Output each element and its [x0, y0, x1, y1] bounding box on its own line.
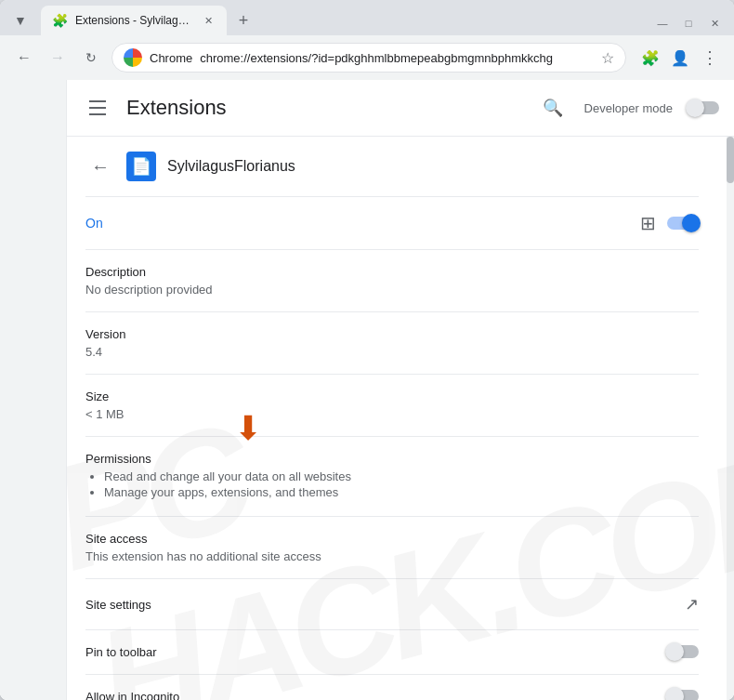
permissions-list: Read and change all your data on all web… [85, 469, 699, 499]
extension-enabled-toggle[interactable] [667, 217, 699, 230]
extensions-page-header: Extensions 🔍 Developer mode [67, 80, 734, 137]
tab-list-btn[interactable]: ▼ [7, 7, 33, 33]
forward-btn[interactable]: → [45, 45, 71, 71]
ext-icon-symbol: 📄 [131, 156, 151, 177]
pin-toolbar-row: Pin to toolbar [85, 630, 699, 675]
permission-item-1: Read and change all your data on all web… [104, 469, 699, 483]
permission-item-2: Manage your apps, extensions, and themes [104, 485, 699, 499]
site-settings-label: Site settings [85, 598, 151, 612]
description-label: Description [85, 265, 699, 279]
detail-container: ← 📄 SylvilagusFlorianus On ⊞ [67, 137, 717, 700]
browser-window: ▼ 🧩 Extensions - SylvilagusFloridan... ✕… [0, 0, 734, 700]
site-access-label: Site access [85, 532, 699, 546]
tab-bar: ▼ 🧩 Extensions - SylvilagusFloridan... ✕… [7, 0, 256, 35]
new-tab-btn[interactable]: + [230, 7, 256, 33]
search-btn[interactable]: 🔍 [536, 91, 570, 125]
site-settings-row: Site settings ↗ [85, 579, 699, 630]
size-value: < 1 MB [85, 407, 699, 421]
pin-toolbar-toggle[interactable] [667, 645, 699, 658]
incognito-row: Allow in Incognito Warning: Google Chrom… [85, 675, 699, 700]
description-section: Description No description provided [85, 250, 699, 312]
nav-icons: 🧩 👤 ⋮ [637, 45, 723, 71]
version-label: Version [85, 327, 699, 341]
permissions-section: Permissions Read and change all your dat… [85, 437, 699, 517]
title-bar: ▼ 🧩 Extensions - SylvilagusFloridan... ✕… [0, 0, 734, 35]
site-access-section: Site access This extension has no additi… [85, 517, 699, 579]
pin-toolbar-label: Pin to toolbar [85, 645, 157, 659]
refresh-btn[interactable]: ↻ [78, 45, 104, 71]
status-row: On ⊞ [85, 197, 699, 250]
incognito-toggle[interactable] [667, 690, 699, 700]
hamburger-line-2 [89, 107, 106, 109]
size-section: Size < 1 MB [85, 375, 699, 437]
maximize-btn[interactable]: □ [676, 15, 701, 32]
extension-name: SylvilagusFlorianus [167, 158, 295, 175]
window-controls: — □ ✕ [650, 15, 727, 32]
page-title: Extensions [126, 96, 227, 120]
scrollbar-track[interactable] [727, 137, 734, 700]
content-area: Extensions 🔍 Developer mode ← 📄 [0, 80, 734, 700]
hamburger-line-3 [89, 113, 106, 115]
bookmark-icon[interactable]: ☆ [601, 49, 614, 67]
close-btn[interactable]: ✕ [702, 15, 727, 32]
incognito-content: Allow in Incognito Warning: Google Chrom… [85, 690, 596, 700]
menu-btn[interactable]: ⋮ [697, 45, 723, 71]
chrome-logo [124, 48, 142, 67]
version-section: Version 5.4 [85, 312, 699, 375]
grid-icon[interactable]: ⊞ [640, 212, 656, 234]
chrome-label: Chrome [150, 51, 192, 65]
status-label: On [85, 216, 103, 231]
tab-icon: 🧩 [52, 13, 68, 28]
dev-mode-label: Developer mode [584, 101, 673, 115]
developer-mode-toggle[interactable] [688, 101, 719, 114]
header-right: 🔍 Developer mode [536, 91, 719, 125]
pin-toolbar-content: Pin to toolbar [85, 645, 157, 659]
profile-icon-btn[interactable]: 👤 [667, 45, 693, 71]
extension-back-btn[interactable]: ← [85, 152, 115, 181]
extension-toggle-knob [682, 214, 701, 232]
content-scroll[interactable]: ← 📄 SylvilagusFlorianus On ⊞ [67, 137, 734, 700]
main-wrapper: Extensions 🔍 Developer mode ← 📄 [67, 80, 734, 700]
external-link-icon[interactable]: ↗ [685, 594, 699, 614]
hamburger-line-1 [89, 100, 106, 102]
description-value: No description provided [85, 283, 699, 297]
tab-title: Extensions - SylvilagusFloridan... [75, 14, 193, 27]
minimize-btn[interactable]: — [650, 15, 675, 32]
address-text: chrome://extensions/?id=pdkghhmlbbmepeab… [200, 51, 594, 65]
status-icons: ⊞ [640, 212, 699, 234]
detail-header: ← 📄 SylvilagusFlorianus [85, 137, 699, 197]
incognito-toggle-knob [665, 687, 684, 700]
allow-incognito-label: Allow in Incognito [85, 690, 596, 700]
nav-bar: ← → ↻ Chrome chrome://extensions/?id=pdk… [0, 35, 734, 80]
permissions-label: Permissions [85, 452, 699, 466]
version-value: 5.4 [85, 345, 699, 359]
hamburger-btn[interactable] [82, 91, 115, 125]
back-btn[interactable]: ← [11, 45, 37, 71]
pin-toolbar-knob [665, 642, 684, 661]
extensions-icon-btn[interactable]: 🧩 [637, 45, 663, 71]
extension-icon: 📄 [126, 152, 156, 181]
size-label: Size [85, 390, 699, 403]
address-bar[interactable]: Chrome chrome://extensions/?id=pdkghhmlb… [111, 43, 626, 73]
toggle-knob [686, 99, 704, 117]
tab-close-btn[interactable]: ✕ [201, 13, 216, 28]
scrollbar-thumb[interactable] [727, 137, 734, 183]
site-access-value: This extension has no additional site ac… [85, 549, 699, 563]
browser-tab[interactable]: 🧩 Extensions - SylvilagusFloridan... ✕ [41, 6, 227, 35]
sidebar [0, 80, 67, 700]
